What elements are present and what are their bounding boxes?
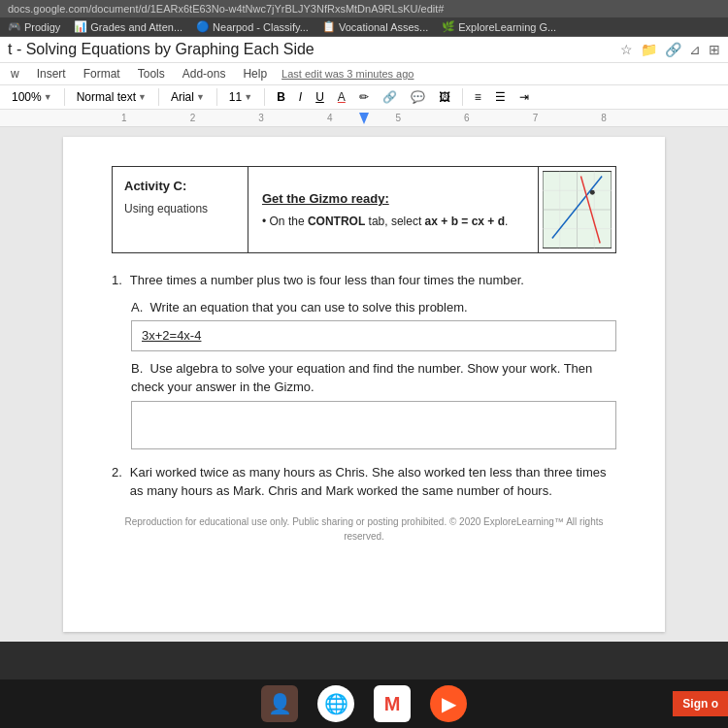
activity-right-panel: Get the Gizmo ready: • On the CONTROL ta… — [248, 167, 538, 252]
menu-item-w[interactable]: w — [8, 65, 22, 83]
gizmo-title: Get the Gizmo ready: — [262, 189, 524, 209]
problem-2-number: 2. Kari worked twice as many hours as Ch… — [112, 463, 616, 501]
menu-item-help[interactable]: Help — [240, 65, 270, 83]
highlight-button[interactable]: ✏ — [355, 88, 373, 106]
comment-button[interactable]: 💬 — [407, 88, 429, 106]
text-color-button[interactable]: A — [334, 88, 349, 106]
equation-bold: ax + b = cx + d — [425, 215, 505, 228]
bold-button[interactable]: B — [273, 88, 289, 106]
menu-item-format[interactable]: Format — [81, 65, 123, 83]
user-profile-icon[interactable]: ⊿ — [689, 42, 701, 57]
bookmark-vocational[interactable]: 📋 Vocational Asses... — [318, 19, 432, 34]
doc-page: Activity C: Using equations Get the Gizm… — [63, 137, 665, 632]
last-edit-text: Last edit was 3 minutes ago — [281, 68, 414, 80]
doc-title: t - Solving Equations by Graphing Each S… — [8, 41, 612, 58]
doc-footer: Reproduction for educational use only. P… — [112, 514, 616, 544]
taskbar-gmail-icon[interactable]: M — [374, 685, 411, 722]
docs-title-bar: t - Solving Equations by Graphing Each S… — [0, 37, 728, 63]
graph-thumbnail — [538, 167, 615, 252]
bookmark-explore[interactable]: 🌿 ExploreLearning G... — [438, 19, 560, 34]
nearpod-icon: 🔵 — [196, 20, 210, 33]
prodigy-icon: 🎮 — [8, 20, 21, 33]
docs-menu-bar: w Insert Format Tools Add-ons Help Last … — [0, 63, 728, 85]
style-select[interactable]: Normal text ▼ — [73, 88, 150, 106]
part-a-label: A. Write an equation that you can use to… — [131, 298, 616, 317]
problem-1-part-b: B. Use algebra to solve your equation an… — [131, 359, 616, 449]
bookmark-grades[interactable]: 📊 Grades and Atten... — [70, 19, 186, 34]
sign-out-button[interactable]: Sign o — [673, 691, 728, 716]
control-bold: CONTROL — [308, 215, 365, 228]
bookmarks-bar: 🎮 Prodigy 📊 Grades and Atten... 🔵 Nearpo… — [0, 17, 728, 37]
taskbar: 👤 🌐 M ▶ Sign o — [0, 679, 728, 728]
italic-button[interactable]: I — [295, 88, 306, 106]
toolbar-divider-1 — [64, 88, 65, 106]
problem-1-part-a: A. Write an equation that you can use to… — [131, 298, 616, 351]
align-button[interactable]: ≡ — [471, 88, 485, 106]
part-b-answer-box[interactable] — [131, 401, 616, 449]
link-button[interactable]: 🔗 — [379, 88, 401, 106]
activity-sublabel: Using equations — [124, 200, 236, 217]
problem-1-number: 1. Three times a number plus two is four… — [112, 271, 616, 290]
chrome-emoji-icon: 🌐 — [324, 692, 348, 715]
activity-table: Activity C: Using equations Get the Gizm… — [112, 166, 616, 253]
docs-toolbar: 100% ▼ Normal text ▼ Arial ▼ 11 ▼ B I U … — [0, 85, 728, 110]
font-select[interactable]: Arial ▼ — [167, 88, 209, 106]
toolbar-divider-2 — [158, 88, 159, 106]
star-icon[interactable]: ☆ — [620, 42, 633, 57]
toolbar-divider-3 — [216, 88, 217, 106]
browser-chrome: docs.google.com/document/d/1EARx6tE63No-… — [0, 0, 728, 37]
graph-svg — [543, 171, 612, 248]
taskbar-user-icon[interactable]: 👤 — [261, 685, 298, 722]
toolbar-divider-5 — [462, 88, 463, 106]
style-arrow: ▼ — [138, 92, 147, 102]
bookmark-nearpod[interactable]: 🔵 Nearpod - Classify... — [192, 19, 313, 34]
user-emoji-icon: 👤 — [268, 692, 292, 715]
part-a-answer-box[interactable]: 3x+2=4x-4 — [131, 320, 616, 351]
title-icons: ☆ 📁 🔗 ⊿ ⊞ — [620, 42, 720, 57]
vocational-icon: 📋 — [322, 20, 336, 33]
explore-icon: 🌿 — [442, 20, 455, 33]
address-bar[interactable]: docs.google.com/document/d/1EARx6tE63No-… — [0, 0, 728, 17]
taskbar-play-icon[interactable]: ▶ — [430, 685, 467, 722]
bookmark-prodigy[interactable]: 🎮 Prodigy — [4, 19, 64, 34]
size-arrow: ▼ — [244, 92, 252, 102]
menu-item-tools[interactable]: Tools — [135, 65, 168, 83]
play-emoji-icon: ▶ — [442, 692, 456, 715]
activity-label: Activity C: — [124, 177, 236, 196]
grid-icon[interactable]: ⊞ — [709, 42, 720, 57]
menu-item-addons[interactable]: Add-ons — [180, 65, 229, 83]
problem-1-section: 1. Three times a number plus two is four… — [112, 271, 616, 449]
problem-2-section: 2. Kari worked twice as many hours as Ch… — [112, 463, 616, 501]
zoom-arrow: ▼ — [44, 92, 52, 102]
menu-item-insert[interactable]: Insert — [34, 65, 69, 83]
gmail-emoji-icon: M — [384, 693, 401, 715]
doc-page-area: Activity C: Using equations Get the Gizm… — [0, 127, 728, 642]
image-button[interactable]: 🖼 — [435, 88, 454, 106]
underline-button[interactable]: U — [312, 88, 328, 106]
zoom-select[interactable]: 100% ▼ — [8, 88, 56, 106]
gizmo-instruction: • On the CONTROL tab, select ax + b = cx… — [262, 213, 524, 230]
toolbar-divider-4 — [264, 88, 265, 106]
indent-button[interactable]: ⇥ — [515, 88, 533, 106]
share-icon[interactable]: 🔗 — [665, 42, 681, 57]
font-arrow: ▼ — [196, 92, 205, 102]
folder-icon[interactable]: 📁 — [641, 42, 657, 57]
grades-icon: 📊 — [74, 20, 87, 33]
svg-point-9 — [590, 190, 595, 195]
ruler: 1 2 3 4 5 6 7 8 — [0, 110, 728, 127]
font-size-select[interactable]: 11 ▼ — [225, 88, 256, 106]
taskbar-chrome-icon[interactable]: 🌐 — [317, 685, 354, 722]
part-b-label: B. Use algebra to solve your equation an… — [131, 359, 616, 397]
activity-left-panel: Activity C: Using equations — [113, 167, 248, 252]
list-button[interactable]: ☰ — [491, 88, 510, 106]
